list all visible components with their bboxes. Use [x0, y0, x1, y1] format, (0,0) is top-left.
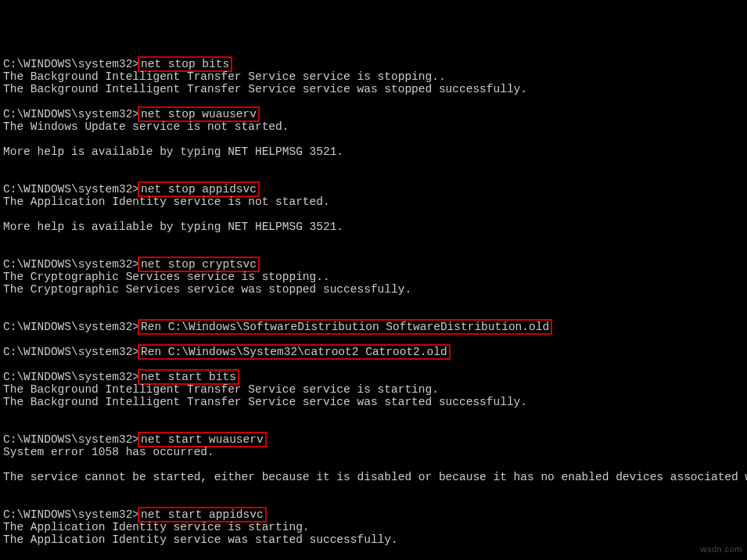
command-text: net start wuauserv: [138, 432, 267, 447]
prompt: C:\WINDOWS\system32>: [3, 371, 139, 383]
output-line: The Background Intelligent Transfer Serv…: [3, 383, 744, 396]
command-text: net stop bits: [138, 56, 232, 72]
command-text: net stop wuauserv: [138, 106, 260, 122]
command-text: Ren C:\Windows\System32\catroot2 Catroot…: [138, 344, 451, 360]
prompt: C:\WINDOWS\system32>: [3, 346, 139, 358]
prompt: C:\WINDOWS\system32>: [3, 321, 139, 333]
prompt: C:\WINDOWS\system32>: [3, 508, 139, 521]
output-line: The service cannot be started, either be…: [3, 471, 744, 483]
command-line: C:\WINDOWS\system32>net start appidsvc: [3, 508, 744, 521]
output-line: More help is available by typing NET HEL…: [3, 145, 744, 158]
output-line: [3, 358, 744, 371]
terminal-output[interactable]: C:\WINDOWS\system32>net stop bitsThe Bac…: [3, 58, 744, 560]
output-line: [3, 133, 744, 145]
prompt: C:\WINDOWS\system32>: [3, 183, 139, 196]
output-line: [3, 421, 744, 433]
output-line: The Application Identity service was sta…: [3, 533, 744, 546]
output-line: The Background Intelligent Transfer Serv…: [3, 70, 744, 83]
command-line: C:\WINDOWS\system32>net start wuauserv: [3, 433, 744, 446]
command-text: net stop cryptsvc: [138, 257, 260, 272]
command-text: net start bits: [138, 369, 239, 385]
output-line: [3, 233, 744, 246]
command-text: Ren C:\Windows\SoftwareDistribution Soft…: [138, 319, 552, 335]
output-line: [3, 483, 744, 496]
output-line: System error 1058 has occurred.: [3, 446, 744, 458]
output-line: [3, 158, 744, 171]
output-line: [3, 296, 744, 308]
output-line: More help is available by typing NET HEL…: [3, 221, 744, 233]
watermark-text: wsdn.com: [700, 543, 742, 555]
output-line: [3, 171, 744, 183]
prompt: C:\WINDOWS\system32>: [3, 258, 139, 271]
command-line: C:\WINDOWS\system32>Ren C:\Windows\Softw…: [3, 321, 744, 333]
output-line: The Cryptographic Services service was s…: [3, 283, 744, 296]
command-line: C:\WINDOWS\system32>net stop bits: [3, 58, 744, 70]
output-line: [3, 496, 744, 508]
output-line: [3, 546, 744, 558]
output-line: [3, 208, 744, 221]
command-text: net stop appidsvc: [138, 181, 260, 197]
output-line: [3, 246, 744, 258]
prompt: C:\WINDOWS\system32>: [3, 433, 139, 446]
output-line: The Background Intelligent Transfer Serv…: [3, 396, 744, 408]
command-line: C:\WINDOWS\system32>net stop cryptsvc: [3, 258, 744, 271]
output-line: The Background Intelligent Transfer Serv…: [3, 83, 744, 95]
output-line: The Cryptographic Services service is st…: [3, 271, 744, 283]
command-text: net start appidsvc: [138, 507, 267, 522]
command-line: C:\WINDOWS\system32>Ren C:\Windows\Syste…: [3, 346, 744, 358]
output-line: The Windows Update service is not starte…: [3, 120, 744, 133]
output-line: The Application Identity service is not …: [3, 196, 744, 208]
output-line: [3, 408, 744, 421]
output-line: [3, 458, 744, 471]
output-line: [3, 95, 744, 108]
command-line: C:\WINDOWS\system32>net stop appidsvc: [3, 183, 744, 196]
output-line: The Application Identity service is star…: [3, 521, 744, 533]
prompt: C:\WINDOWS\system32>: [3, 108, 139, 120]
command-line: C:\WINDOWS\system32>net start bits: [3, 371, 744, 383]
prompt: C:\WINDOWS\system32>: [3, 58, 139, 70]
command-line: C:\WINDOWS\system32>net stop wuauserv: [3, 108, 744, 120]
